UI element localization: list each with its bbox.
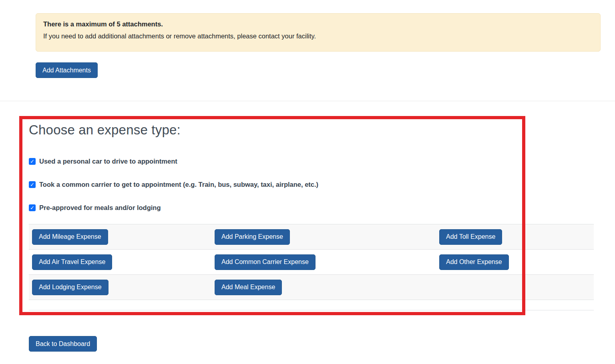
expense-buttons-table: Add Mileage Expense Add Parking Expense …	[29, 224, 594, 310]
checkmark-icon: ✓	[30, 205, 34, 210]
back-to-dashboard-button[interactable]: Back to Dashboard	[29, 336, 97, 352]
common-carrier-checkbox[interactable]: ✓	[29, 181, 36, 188]
alert-message: If you need to add additional attachment…	[43, 32, 593, 40]
checkbox-row-personal-car: ✓ Used a personal car to drive to appoin…	[29, 158, 177, 165]
expense-buttons-row: Add Lodging Expense Add Meal Expense	[29, 274, 594, 300]
add-toll-expense-button[interactable]: Add Toll Expense	[439, 229, 502, 245]
table-cell: Add Parking Expense	[215, 229, 439, 245]
table-cell: Add Air Travel Expense	[32, 254, 215, 270]
expense-buttons-row: Add Mileage Expense Add Parking Expense …	[29, 224, 594, 249]
meals-lodging-checkbox[interactable]: ✓	[29, 204, 36, 211]
add-mileage-expense-button[interactable]: Add Mileage Expense	[32, 229, 108, 245]
add-parking-expense-button[interactable]: Add Parking Expense	[215, 229, 290, 245]
common-carrier-label: Took a common carrier to get to appointm…	[39, 181, 318, 188]
table-cell: Add Toll Expense	[439, 229, 591, 245]
add-meal-expense-button[interactable]: Add Meal Expense	[215, 280, 282, 295]
checkmark-icon: ✓	[30, 159, 34, 164]
add-other-expense-button[interactable]: Add Other Expense	[439, 254, 509, 270]
checkbox-row-meals-lodging: ✓ Pre-approved for meals and/or lodging	[29, 204, 161, 212]
add-attachments-button[interactable]: Add Attachments	[36, 62, 98, 78]
table-cell: Add Meal Expense	[215, 280, 439, 295]
personal-car-label: Used a personal car to drive to appointm…	[39, 158, 177, 165]
checkbox-row-common-carrier: ✓ Took a common carrier to get to appoin…	[29, 181, 318, 188]
add-lodging-expense-button[interactable]: Add Lodging Expense	[32, 280, 109, 295]
add-air-travel-expense-button[interactable]: Add Air Travel Expense	[32, 254, 112, 270]
section-divider	[0, 101, 615, 101]
table-cell: Add Mileage Expense	[32, 229, 215, 245]
expense-section-heading: Choose an expense type:	[29, 122, 181, 138]
checkmark-icon: ✓	[30, 182, 34, 187]
add-common-carrier-expense-button[interactable]: Add Common Carrier Expense	[215, 254, 316, 270]
expense-buttons-empty-row	[29, 300, 594, 310]
table-cell: Add Other Expense	[439, 254, 591, 270]
table-cell: Add Common Carrier Expense	[215, 254, 439, 270]
max-attachments-alert: There is a maximum of 5 attachments. If …	[36, 13, 601, 52]
expense-buttons-row: Add Air Travel Expense Add Common Carrie…	[29, 249, 594, 274]
meals-lodging-label: Pre-approved for meals and/or lodging	[39, 204, 161, 212]
personal-car-checkbox[interactable]: ✓	[29, 158, 36, 165]
alert-title: There is a maximum of 5 attachments.	[43, 20, 593, 28]
table-cell: Add Lodging Expense	[32, 280, 215, 295]
